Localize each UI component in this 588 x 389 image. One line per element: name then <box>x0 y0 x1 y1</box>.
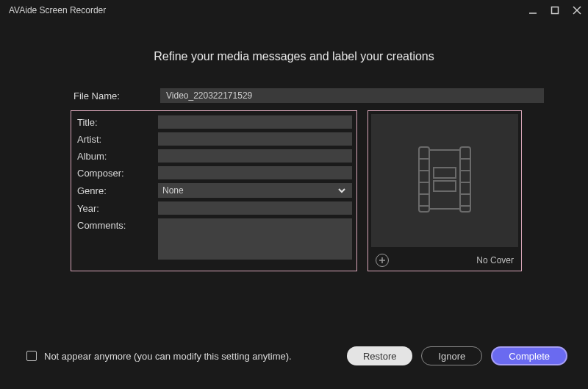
svg-rect-4 <box>419 147 429 212</box>
chevron-down-icon <box>337 186 346 197</box>
svg-rect-1 <box>552 7 559 14</box>
comments-input[interactable] <box>158 218 352 260</box>
title-label: Title: <box>76 117 158 128</box>
genre-select[interactable]: None <box>158 183 352 198</box>
not-appear-checkbox[interactable] <box>26 351 37 361</box>
title-input[interactable] <box>158 115 352 129</box>
year-input[interactable] <box>158 201 352 215</box>
metadata-panel: Title: Artist: Album: Composer: Genre: N… <box>71 110 357 271</box>
close-icon[interactable] <box>572 5 582 15</box>
add-cover-button[interactable] <box>376 254 389 267</box>
cover-panel: No Cover <box>368 110 522 271</box>
svg-rect-8 <box>434 168 456 178</box>
composer-label: Composer: <box>76 168 158 179</box>
titlebar: AVAide Screen Recorder <box>0 0 588 21</box>
maximize-icon[interactable] <box>550 5 560 15</box>
cover-art-area[interactable] <box>371 114 518 247</box>
complete-button[interactable]: Complete <box>491 346 567 365</box>
album-label: Album: <box>76 151 158 162</box>
genre-label: Genre: <box>76 185 158 196</box>
restore-button[interactable]: Restore <box>347 346 413 365</box>
comments-label: Comments: <box>76 218 158 231</box>
composer-input[interactable] <box>158 166 352 179</box>
artist-label: Artist: <box>76 134 158 145</box>
album-input[interactable] <box>158 149 352 163</box>
window-controls <box>528 5 582 15</box>
ignore-button[interactable]: Ignore <box>421 346 482 365</box>
svg-rect-9 <box>434 181 456 191</box>
cover-bottom-bar: No Cover <box>368 250 521 271</box>
film-icon <box>416 144 473 217</box>
no-cover-label: No Cover <box>476 255 514 265</box>
genre-selected-value: None <box>162 185 184 196</box>
svg-rect-5 <box>460 147 470 212</box>
page-heading: Refine your media messages and label you… <box>41 50 547 63</box>
artist-input[interactable] <box>158 132 352 146</box>
filename-row: File Name: <box>41 88 547 103</box>
minimize-icon[interactable] <box>528 5 538 15</box>
filename-input[interactable] <box>160 88 544 103</box>
footer: Not appear anymore (you can modify this … <box>0 346 588 365</box>
app-title: AVAide Screen Recorder <box>9 5 106 15</box>
not-appear-label: Not appear anymore (you can modify this … <box>44 351 292 362</box>
year-label: Year: <box>76 203 158 214</box>
filename-label: File Name: <box>74 90 160 101</box>
